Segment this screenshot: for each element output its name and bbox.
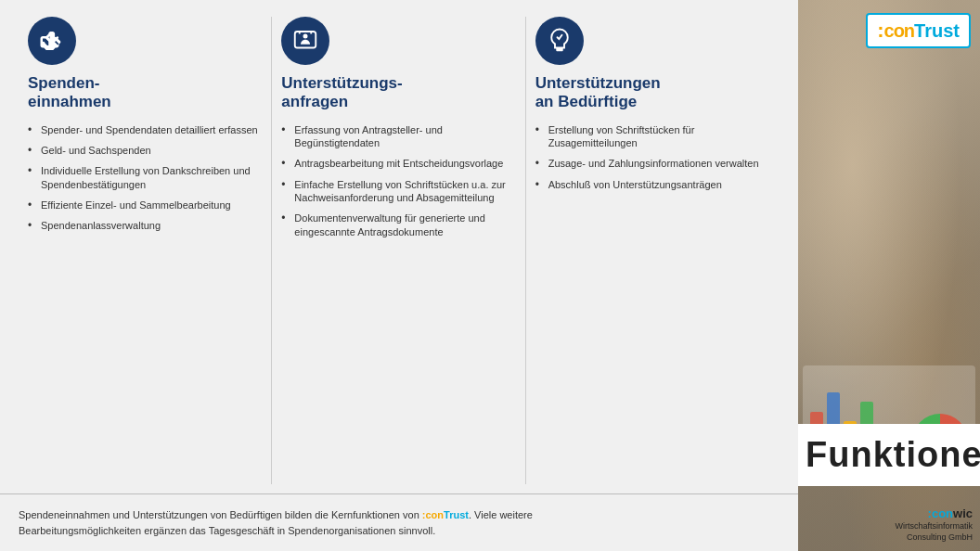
logo-trust: Trust [914,20,960,42]
list-item: Abschluß von Unterstützungsanträgen [535,178,770,191]
logo-con: con [884,20,915,42]
column-1: Spenden-einnahmen Spender- und Spendenda… [19,17,272,484]
left-panel: Spenden-einnahmen Spender- und Spendenda… [0,0,798,551]
list-item: Erstellung von Schriftstücken für Zusage… [535,123,770,150]
col3-list: Erstellung von Schriftstücken für Zusage… [535,123,770,191]
list-item: Individuelle Erstellung von Dankschreibe… [28,164,263,191]
logo-colon: : [877,19,883,43]
bottom-text: Spendeneinnahmen und Unterstützungen von… [19,507,622,538]
column-2: Unterstützungs-anfragen Erfassung von An… [272,17,525,484]
support-icon [535,17,584,65]
conwic-footer: :conwic Wirtschaftsinformatik Consulting… [895,506,973,544]
col3-title: Unterstützungenan Bedürftige [535,74,770,112]
right-panel: :conTrust Funktionen :conwic Wirtschafts… [798,0,980,551]
col1-title: Spenden-einnahmen [28,74,263,112]
col2-title: Unterstützungs-anfragen [281,74,516,112]
list-item: Zusage- und Zahlungsinformationen verwal… [535,157,770,170]
funktionen-box: Funktionen [798,424,980,486]
list-item: Geld- und Sachspenden [28,144,263,157]
list-item: Antragsbearbeitung mit Entscheidungsvorl… [281,157,516,170]
col2-list: Erfassung von Antragsteller- und Begünst… [281,123,516,238]
logo: :conTrust [866,13,971,48]
column-3: Unterstützungenan Bedürftige Erstellung … [526,17,780,484]
svg-point-1 [303,34,308,39]
list-item: Erfassung von Antragsteller- und Begünst… [281,123,516,150]
right-background: :conTrust Funktionen :conwic Wirtschafts… [798,0,980,551]
bottom-section: Spendeneinnahmen und Unterstützungen von… [0,493,798,551]
funktionen-label: Funktionen [806,435,980,474]
list-item: Effiziente Einzel- und Sammelbearbeitung [28,199,263,211]
top-section: Spenden-einnahmen Spender- und Spendenda… [0,0,798,493]
conwic-line2: Consulting GmbH [895,532,973,544]
conwic-line1: Wirtschaftsinformatik [895,520,973,532]
request-icon [281,17,329,65]
list-item: Dokumentenverwaltung für generierte und … [281,211,516,238]
handshake-icon [28,17,76,65]
list-item: Spendenanlassverwaltung [28,219,263,232]
col1-list: Spender- und Spendendaten detailliert er… [28,123,263,233]
list-item: Einfache Erstellung von Schriftstücken u… [281,178,516,205]
list-item: Spender- und Spendendaten detailliert er… [28,123,263,136]
conwic-name: :conwic [895,506,973,520]
